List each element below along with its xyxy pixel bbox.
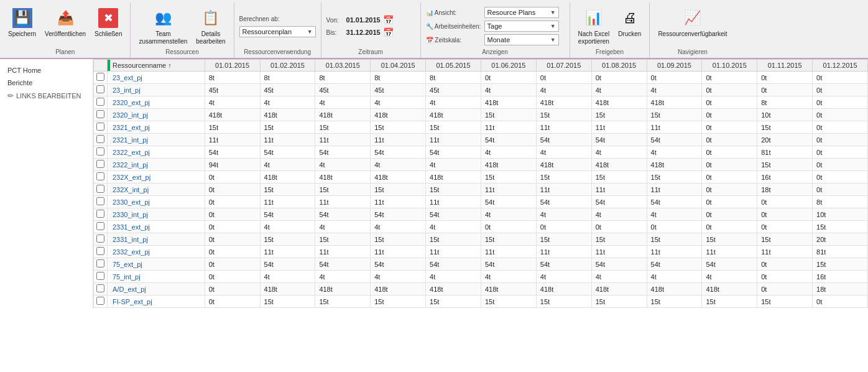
- table-row[interactable]: 75_int_pj0t4t4t4t4t4t4t4t4t4t0t16t: [94, 271, 868, 283]
- value-cell: 418t: [260, 283, 315, 295]
- ressourcenverfuegbarkeit-button[interactable]: Ressourcenverfügbarkeit: [655, 5, 730, 40]
- table-row[interactable]: 2331_int_pj0t15t15t15t15t15t15t15t15t15t…: [94, 233, 868, 246]
- resource-name[interactable]: 2331_ext_pj: [108, 221, 205, 233]
- row-checkbox[interactable]: [94, 72, 108, 84]
- value-cell: 54t: [591, 134, 647, 146]
- value-cell: 418t: [315, 283, 371, 295]
- value-cell: 418t: [315, 171, 371, 184]
- resource-name[interactable]: 2321_int_pj: [108, 134, 205, 146]
- value-cell: 418t: [371, 283, 426, 295]
- row-checkbox[interactable]: [94, 84, 108, 96]
- table-row[interactable]: 2330_ext_pj0t11t11t11t11t54t54t54t54t0t0…: [94, 196, 868, 208]
- value-cell: 54t: [371, 258, 426, 271]
- berechnen-select[interactable]: Ressourcenplan: [239, 26, 316, 37]
- resource-name[interactable]: 232X_int_pj: [108, 184, 205, 196]
- arbeitseinheiten-select[interactable]: Tage: [484, 21, 559, 32]
- table-row[interactable]: FI-SP_ext_pj0t15t15t15t15t15t15t15t15t15…: [94, 295, 868, 308]
- value-cell: 15t: [647, 171, 702, 184]
- value-cell: 15t: [591, 171, 647, 184]
- ansicht-select[interactable]: Resource Plans: [484, 7, 559, 18]
- table-row[interactable]: 2330_int_pj0t54t54t54t54t4t4t4t4t0t0t10t: [94, 208, 868, 221]
- calendar-von-icon[interactable]: 📅: [383, 15, 394, 25]
- table-row[interactable]: 75_ext_pj0t54t54t54t54t54t54t54t54t54t0t…: [94, 258, 868, 271]
- schliessen-button[interactable]: Schließen: [91, 5, 125, 40]
- table-row[interactable]: 23_int_pj45t45t45t45t45t4t4t4t4t0t0t0t: [94, 84, 868, 96]
- table-row[interactable]: 232X_ext_pj0t418t418t418t418t15t15t15t15…: [94, 171, 868, 184]
- row-checkbox[interactable]: [94, 246, 108, 258]
- row-checkbox[interactable]: [94, 233, 108, 246]
- resource-name[interactable]: 2330_ext_pj: [108, 196, 205, 208]
- resource-name[interactable]: 2320_ext_pj: [108, 96, 205, 109]
- resource-name[interactable]: A/D_ext_pj: [108, 283, 205, 295]
- veroeffentlichen-button[interactable]: Veröffentlichen: [42, 5, 89, 40]
- sidebar-item-pct-home[interactable]: PCT Home: [0, 64, 93, 77]
- value-cell: 54t: [260, 146, 315, 159]
- row-checkbox[interactable]: [94, 208, 108, 221]
- value-cell: 0t: [702, 159, 757, 171]
- table-row[interactable]: 2320_ext_pj4t4t4t4t4t418t418t418t418t0t8…: [94, 96, 868, 109]
- resource-name[interactable]: 75_ext_pj: [108, 258, 205, 271]
- resource-name[interactable]: 2321_ext_pj: [108, 121, 205, 134]
- table-row[interactable]: 2322_int_pj94t4t4t4t4t418t418t418t418t0t…: [94, 159, 868, 171]
- row-checkbox[interactable]: [94, 271, 108, 283]
- ansicht-row: 📊 Ansicht: Resource Plans: [426, 7, 565, 18]
- resource-name[interactable]: 2320_int_pj: [108, 109, 205, 121]
- row-checkbox[interactable]: [94, 221, 108, 233]
- table-row[interactable]: 2321_ext_pj15t15t15t15t15t11t11t11t11t0t…: [94, 121, 868, 134]
- resource-name[interactable]: 2332_ext_pj: [108, 246, 205, 258]
- value-cell: 54t: [371, 146, 426, 159]
- row-checkbox[interactable]: [94, 295, 108, 308]
- row-checkbox[interactable]: [94, 283, 108, 295]
- speichern-label: Speichern: [8, 30, 36, 38]
- calendar-bis-icon[interactable]: 📅: [383, 27, 394, 37]
- row-checkbox[interactable]: [94, 96, 108, 109]
- freigeben-buttons: Nach Excelexportieren Drucken: [575, 5, 645, 47]
- speichern-button[interactable]: Speichern: [5, 5, 39, 40]
- row-checkbox[interactable]: [94, 184, 108, 196]
- value-cell: 4t: [702, 271, 757, 283]
- value-cell: 418t: [481, 283, 536, 295]
- value-cell: 0t: [702, 84, 757, 96]
- table-row[interactable]: 2320_int_pj418t418t418t418t418t15t15t15t…: [94, 109, 868, 121]
- sidebar-links-bearbeiten[interactable]: ✏ LINKS BEARBEITEN: [0, 89, 93, 103]
- row-checkbox[interactable]: [94, 159, 108, 171]
- row-checkbox[interactable]: [94, 146, 108, 159]
- details-button[interactable]: Detailsbearbeiten: [193, 5, 228, 47]
- resource-name[interactable]: 2330_int_pj: [108, 208, 205, 221]
- table-row[interactable]: 232X_int_pj0t15t15t15t15t11t11t11t11t0t1…: [94, 184, 868, 196]
- row-checkbox[interactable]: [94, 171, 108, 184]
- drucken-button[interactable]: Drucken: [615, 5, 644, 40]
- resource-name[interactable]: 2322_ext_pj: [108, 146, 205, 159]
- team-button[interactable]: Teamzusammenstellen: [136, 5, 190, 47]
- table-row[interactable]: 2332_ext_pj0t11t11t11t11t11t11t11t11t11t…: [94, 246, 868, 258]
- col-header-0103: 01.03.2015: [315, 60, 371, 72]
- value-cell: 18t: [757, 184, 813, 196]
- table-row[interactable]: A/D_ext_pj0t418t418t418t418t418t418t418t…: [94, 283, 868, 295]
- value-cell: 418t: [647, 96, 702, 109]
- table-row[interactable]: 2322_ext_pj54t54t54t54t54t4t4t4t4t0t81t0…: [94, 146, 868, 159]
- value-cell: 0t: [536, 72, 591, 84]
- row-checkbox[interactable]: [94, 258, 108, 271]
- value-cell: 54t: [591, 196, 647, 208]
- excel-button[interactable]: Nach Excelexportieren: [575, 5, 613, 47]
- row-checkbox[interactable]: [94, 196, 108, 208]
- table-row[interactable]: 2321_int_pj11t11t11t11t11t54t54t54t54t0t…: [94, 134, 868, 146]
- row-checkbox[interactable]: [94, 121, 108, 134]
- resource-name[interactable]: 75_int_pj: [108, 271, 205, 283]
- table-row[interactable]: 2331_ext_pj0t4t4t4t4t0t0t0t0t0t0t15t: [94, 221, 868, 233]
- table-row[interactable]: 23_ext_pj8t8t8t8t8t0t0t0t0t0t0t0t: [94, 72, 868, 84]
- sidebar-item-berichte[interactable]: Berichte: [0, 77, 93, 89]
- zeitskala-select[interactable]: Monate: [484, 34, 559, 45]
- resource-name[interactable]: 2322_int_pj: [108, 159, 205, 171]
- resource-name[interactable]: 23_ext_pj: [108, 72, 205, 84]
- row-checkbox[interactable]: [94, 134, 108, 146]
- resource-name[interactable]: 23_int_pj: [108, 84, 205, 96]
- resource-name[interactable]: 232X_ext_pj: [108, 171, 205, 184]
- value-cell: 16t: [813, 271, 868, 283]
- name-col-header[interactable]: Ressourcenname ↑: [108, 60, 205, 72]
- resource-name[interactable]: 2331_int_pj: [108, 233, 205, 246]
- value-cell: 15t: [260, 121, 315, 134]
- row-checkbox[interactable]: [94, 109, 108, 121]
- value-cell: 8t: [205, 72, 260, 84]
- resource-name[interactable]: FI-SP_ext_pj: [108, 295, 205, 308]
